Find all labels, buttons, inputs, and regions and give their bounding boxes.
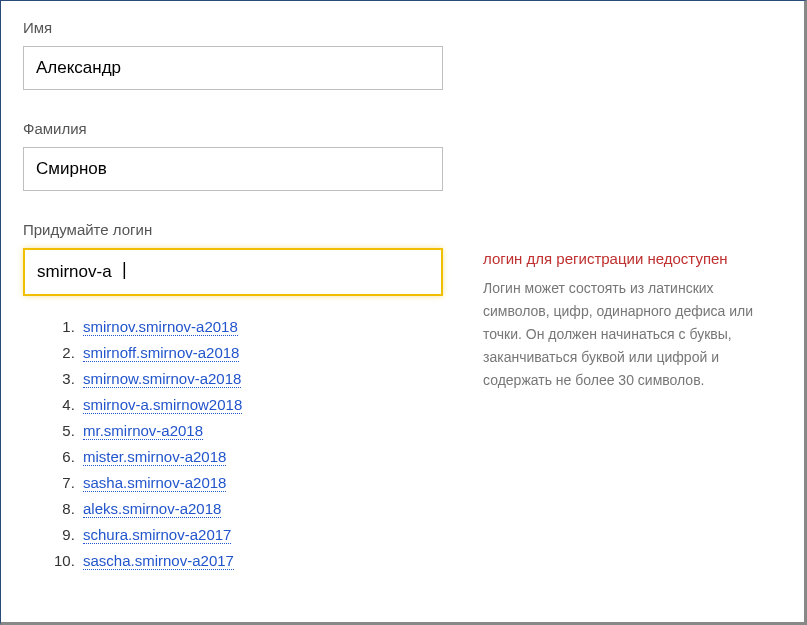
suggestion-link[interactable]: smirnow.smirnov-a2018 bbox=[83, 370, 241, 388]
error-title: логин для регистрации недоступен bbox=[483, 250, 782, 267]
list-item: smirnov-a.smirnow2018 bbox=[79, 396, 463, 413]
suggestion-link[interactable]: mr.smirnov-a2018 bbox=[83, 422, 203, 440]
last-name-label: Фамилия bbox=[23, 120, 782, 137]
suggestion-link[interactable]: sascha.smirnov-a2017 bbox=[83, 552, 234, 570]
list-item: aleks.smirnov-a2018 bbox=[79, 500, 463, 517]
first-name-group: Имя bbox=[23, 19, 782, 90]
suggestion-link[interactable]: aleks.smirnov-a2018 bbox=[83, 500, 221, 518]
list-item: sasha.smirnov-a2018 bbox=[79, 474, 463, 491]
last-name-input[interactable] bbox=[23, 147, 443, 191]
suggestion-link[interactable]: smirnoff.smirnov-a2018 bbox=[83, 344, 239, 362]
first-name-label: Имя bbox=[23, 19, 782, 36]
login-input[interactable] bbox=[23, 248, 443, 296]
login-label: Придумайте логин bbox=[23, 221, 782, 238]
login-validation-panel: логин для регистрации недоступен Логин м… bbox=[463, 248, 782, 392]
list-item: smirnoff.smirnov-a2018 bbox=[79, 344, 463, 361]
list-item: schura.smirnov-a2017 bbox=[79, 526, 463, 543]
suggestion-link[interactable]: smirnov-a.smirnow2018 bbox=[83, 396, 242, 414]
login-suggestions: smirnov.smirnov-a2018 smirnoff.smirnov-a… bbox=[23, 318, 463, 569]
list-item: sascha.smirnov-a2017 bbox=[79, 552, 463, 569]
list-item: smirnov.smirnov-a2018 bbox=[79, 318, 463, 335]
list-item: smirnow.smirnov-a2018 bbox=[79, 370, 463, 387]
error-hint: Логин может состоять из латинских символ… bbox=[483, 277, 782, 392]
suggestion-link[interactable]: mister.smirnov-a2018 bbox=[83, 448, 226, 466]
suggestion-link[interactable]: sasha.smirnov-a2018 bbox=[83, 474, 226, 492]
registration-form: Имя Фамилия Придумайте логин | smirnov.s… bbox=[0, 0, 807, 625]
list-item: mr.smirnov-a2018 bbox=[79, 422, 463, 439]
suggestion-link[interactable]: smirnov.smirnov-a2018 bbox=[83, 318, 238, 336]
login-group: Придумайте логин | smirnov.smirnov-a2018… bbox=[23, 221, 782, 578]
list-item: mister.smirnov-a2018 bbox=[79, 448, 463, 465]
last-name-group: Фамилия bbox=[23, 120, 782, 191]
suggestion-link[interactable]: schura.smirnov-a2017 bbox=[83, 526, 231, 544]
first-name-input[interactable] bbox=[23, 46, 443, 90]
